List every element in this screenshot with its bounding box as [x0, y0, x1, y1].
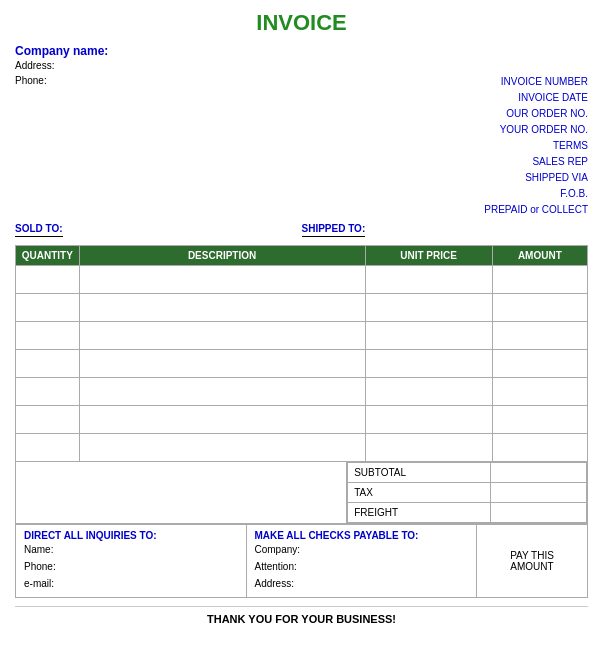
row4-desc: [79, 350, 365, 378]
row4-qty: [16, 350, 80, 378]
freight-row: FREIGHT: [348, 503, 587, 523]
tax-label: TAX: [348, 483, 491, 503]
invoice-table: QUANTITY DESCRIPTION UNIT PRICE AMOUNT: [15, 245, 588, 462]
freight-label: FREIGHT: [348, 503, 491, 523]
checks-label: MAKE ALL CHECKS PAYABLE TO:: [255, 530, 469, 541]
row5-qty: [16, 378, 80, 406]
subtotal-block: SUBTOTAL TAX FREIGHT: [347, 462, 587, 523]
row5-amt: [492, 378, 587, 406]
bottom-section: DIRECT ALL INQUIRIES TO: Name: Phone: e-…: [15, 524, 588, 598]
row2-desc: [79, 294, 365, 322]
freight-value: [491, 503, 587, 523]
col-header-description: DESCRIPTION: [79, 246, 365, 266]
spacer: [16, 462, 347, 523]
company-address-label: Address:: [15, 58, 484, 73]
shipped-via-label: SHIPPED VIA: [484, 170, 588, 186]
invoice-title: INVOICE: [15, 10, 588, 36]
row2-qty: [16, 294, 80, 322]
row6-unit: [365, 406, 492, 434]
fob-label: F.O.B.: [484, 186, 588, 202]
table-row: [16, 406, 588, 434]
shipped-to-label: SHIPPED TO:: [302, 223, 366, 237]
inquiries-label: DIRECT ALL INQUIRIES TO:: [24, 530, 238, 541]
table-row: [16, 322, 588, 350]
table-row: [16, 434, 588, 462]
inquiries-block: DIRECT ALL INQUIRIES TO: Name: Phone: e-…: [16, 525, 247, 597]
row1-unit: [365, 266, 492, 294]
row1-qty: [16, 266, 80, 294]
subtotal-label: SUBTOTAL: [348, 463, 491, 483]
row3-desc: [79, 322, 365, 350]
invoice-number-label: INVOICE NUMBER: [484, 74, 588, 90]
table-row: [16, 350, 588, 378]
company-phone-label: Phone:: [15, 73, 484, 88]
pay-this-label: PAY THIS: [510, 550, 554, 561]
row7-desc: [79, 434, 365, 462]
sold-to-label: SOLD TO:: [15, 223, 63, 237]
row3-unit: [365, 322, 492, 350]
table-row: [16, 266, 588, 294]
checks-block: MAKE ALL CHECKS PAYABLE TO: Company: Att…: [247, 525, 478, 597]
tax-row: TAX: [348, 483, 587, 503]
col-header-unit-price: UNIT PRICE: [365, 246, 492, 266]
col-header-amount: AMOUNT: [492, 246, 587, 266]
pay-amount-label: AMOUNT: [510, 561, 553, 572]
row1-desc: [79, 266, 365, 294]
checks-attention: Attention:: [255, 558, 469, 575]
company-name: Company name:: [15, 44, 484, 58]
prepaid-or-collect-label: PREPAID or COLLECT: [484, 202, 588, 218]
col-header-quantity: QUANTITY: [16, 246, 80, 266]
subtotals-section: SUBTOTAL TAX FREIGHT: [15, 462, 588, 524]
row7-amt: [492, 434, 587, 462]
row3-qty: [16, 322, 80, 350]
table-row: [16, 378, 588, 406]
inquiries-name: Name:: [24, 541, 238, 558]
row6-desc: [79, 406, 365, 434]
inquiries-email: e-mail:: [24, 575, 238, 592]
row7-qty: [16, 434, 80, 462]
invoice-date-label: INVOICE DATE: [484, 90, 588, 106]
row1-amt: [492, 266, 587, 294]
pay-block: PAY THIS AMOUNT: [477, 525, 587, 597]
inquiries-phone: Phone:: [24, 558, 238, 575]
subtotal-row: SUBTOTAL: [348, 463, 587, 483]
invoice-info-block: INVOICE NUMBER INVOICE DATE OUR ORDER NO…: [484, 74, 588, 218]
row7-unit: [365, 434, 492, 462]
row5-desc: [79, 378, 365, 406]
checks-address: Address:: [255, 575, 469, 592]
company-block: Company name: Address: Phone:: [15, 44, 484, 218]
terms-label: TERMS: [484, 138, 588, 154]
subtotal-value: [491, 463, 587, 483]
tax-value: [491, 483, 587, 503]
row6-qty: [16, 406, 80, 434]
row5-unit: [365, 378, 492, 406]
sales-rep-label: SALES REP: [484, 154, 588, 170]
our-order-no-label: OUR ORDER NO.: [484, 106, 588, 122]
row6-amt: [492, 406, 587, 434]
row3-amt: [492, 322, 587, 350]
table-row: [16, 294, 588, 322]
your-order-no-label: YOUR ORDER NO.: [484, 122, 588, 138]
row4-amt: [492, 350, 587, 378]
thank-you-text: THANK YOU FOR YOUR BUSINESS!: [15, 606, 588, 631]
checks-company: Company:: [255, 541, 469, 558]
row2-unit: [365, 294, 492, 322]
row2-amt: [492, 294, 587, 322]
row4-unit: [365, 350, 492, 378]
